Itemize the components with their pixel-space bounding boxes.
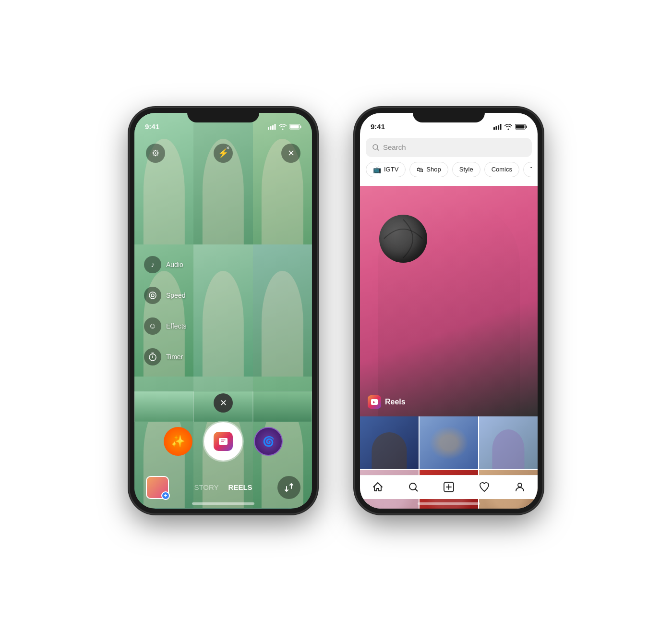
shutter-inner: [209, 427, 238, 456]
camera-side-menu: ♪ Audio Speed ☺ Effects: [144, 256, 187, 365]
svg-rect-0: [268, 127, 269, 130]
add-icon: [443, 481, 455, 493]
face-cell-5: [193, 244, 252, 377]
featured-person: [378, 197, 520, 416]
category-tab-tv[interactable]: TV & Movie: [523, 162, 532, 177]
right-signal-icon: [493, 124, 502, 130]
reels-shutter-icon: [214, 432, 233, 451]
face-cell-6: [253, 244, 312, 377]
remove-clip-button[interactable]: ✕: [214, 393, 233, 413]
svg-rect-12: [496, 126, 497, 130]
right-wifi-icon: [504, 124, 512, 130]
settings-button[interactable]: ⚙: [146, 144, 165, 163]
audio-icon: ♪: [144, 256, 161, 273]
effects-icon: ☺: [144, 317, 161, 335]
reels-label: Reels: [368, 395, 406, 409]
category-tab-igtv[interactable]: 📺 IGTV: [366, 162, 406, 177]
flip-camera-button[interactable]: [277, 476, 300, 499]
gradient-effect-button[interactable]: 🌀: [254, 427, 283, 456]
svg-rect-5: [300, 125, 301, 128]
home-nav-button[interactable]: [371, 480, 384, 494]
search-nav-button[interactable]: [407, 480, 420, 494]
right-time: 9:41: [371, 122, 385, 131]
left-screen: 9:41: [134, 113, 312, 509]
svg-rect-11: [493, 127, 495, 130]
clip-cell-3: [253, 391, 312, 422]
camera-bottom-bar: + STORY REELS: [134, 476, 312, 499]
svg-point-22: [518, 483, 522, 487]
tv-label: TV & Movie: [530, 166, 532, 173]
sparkle-effect-button[interactable]: ✨: [164, 427, 192, 456]
sparkle-icon: ✨: [171, 435, 185, 448]
close-camera-button[interactable]: ✕: [281, 144, 300, 163]
comics-label: Comics: [492, 166, 512, 173]
timer-icon: [144, 348, 161, 365]
left-phone: 9:41: [130, 108, 317, 513]
profile-nav-button[interactable]: [513, 480, 527, 494]
timer-menu-item[interactable]: Timer: [144, 348, 187, 365]
person-icon: [514, 481, 526, 493]
search-placeholder: Search: [383, 143, 406, 151]
explore-header: Search 📺 IGTV 🛍 Shop Style Comics: [360, 134, 538, 181]
camera-mode-tabs: STORY REELS: [194, 483, 252, 491]
right-phone: 9:41: [355, 108, 542, 513]
effects-label: Effects: [166, 322, 187, 330]
bottom-nav: [360, 475, 538, 499]
svg-rect-3: [275, 124, 276, 130]
shutter-button[interactable]: [204, 422, 242, 461]
right-status-icons: [493, 124, 527, 130]
reels-label-icon: [368, 395, 381, 409]
battery-icon: [289, 124, 301, 130]
right-screen: 9:41: [360, 113, 538, 509]
notch-right: [413, 108, 485, 122]
svg-point-8: [151, 294, 154, 297]
effects-menu-item[interactable]: ☺ Effects: [144, 317, 187, 335]
category-tab-shop[interactable]: 🛍 Shop: [409, 162, 448, 177]
gallery-plus-icon: +: [161, 491, 170, 500]
right-home-indicator: [418, 502, 480, 505]
right-battery-icon: [515, 124, 527, 130]
style-label: Style: [459, 166, 473, 173]
search-bar[interactable]: Search: [366, 138, 532, 157]
shop-icon: 🛍: [417, 166, 423, 173]
flash-button[interactable]: ⚡ ✕: [214, 144, 233, 163]
svg-rect-2: [272, 125, 274, 130]
svg-rect-1: [270, 126, 272, 130]
home-icon: [372, 481, 384, 493]
speed-icon: [144, 287, 161, 304]
category-tab-style[interactable]: Style: [452, 162, 480, 177]
shop-label: Shop: [426, 166, 441, 173]
igtv-icon: 📺: [373, 166, 381, 173]
grid-thumb-2[interactable]: [420, 416, 478, 469]
category-tab-comics[interactable]: Comics: [484, 162, 519, 177]
add-nav-button[interactable]: [442, 480, 456, 494]
igtv-label: IGTV: [384, 166, 398, 173]
story-mode-tab[interactable]: STORY: [194, 483, 218, 491]
svg-rect-13: [498, 125, 499, 130]
gradient-icon: 🌀: [263, 436, 275, 447]
settings-icon: ⚙: [152, 148, 159, 158]
wifi-icon: [279, 124, 287, 130]
flip-icon: [283, 482, 295, 493]
svg-rect-14: [500, 124, 502, 130]
search-icon: [372, 144, 379, 151]
speed-menu-item[interactable]: Speed: [144, 287, 187, 304]
grid-thumb-1[interactable]: [360, 416, 419, 469]
audio-menu-item[interactable]: ♪ Audio: [144, 256, 187, 273]
gallery-thumbnail[interactable]: +: [146, 476, 169, 499]
timer-label: Timer: [166, 353, 183, 361]
svg-point-7: [149, 292, 156, 299]
flash-x-icon: ✕: [226, 146, 230, 150]
svg-rect-16: [526, 125, 527, 128]
shutter-row: ✨ 🌀: [134, 422, 312, 461]
signal-icon: [268, 124, 276, 130]
svg-rect-6: [290, 125, 299, 128]
close-icon: ✕: [288, 148, 295, 158]
left-home-indicator: [192, 502, 254, 505]
left-time: 9:41: [145, 122, 159, 131]
left-status-icons: [268, 124, 301, 130]
grid-thumb-3[interactable]: [479, 416, 538, 469]
reels-background: Reels: [360, 186, 538, 416]
likes-nav-button[interactable]: [478, 480, 491, 494]
reels-mode-tab[interactable]: REELS: [228, 483, 252, 491]
